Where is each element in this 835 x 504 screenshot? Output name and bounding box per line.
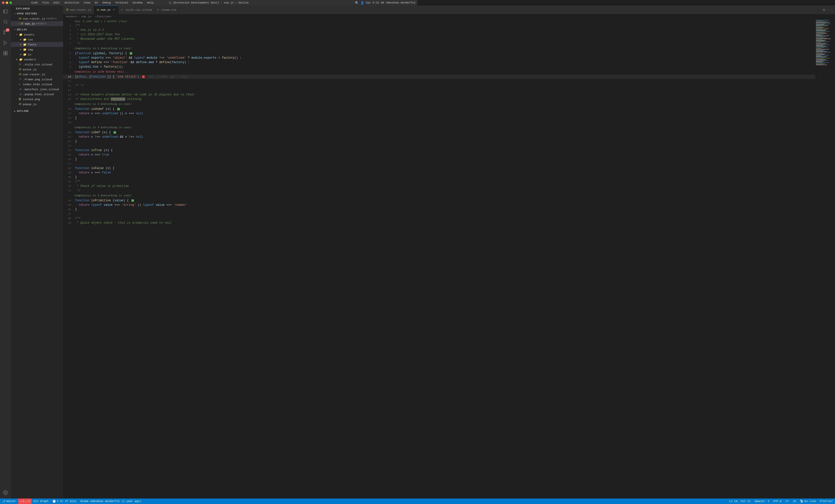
complexity-badge-red-10 [142,76,145,78]
titlebar-right: 🔍 👤 Sat 5:22 AM Adenekan Wonderful [355,1,415,4]
open-editors-chevron: ▾ [13,12,17,16]
activity-icon-extensions[interactable] [0,48,11,58]
menu-edit[interactable]: Edit [52,1,62,5]
folder-icon: 📁 [23,53,27,56]
file-popup-js[interactable]: JS popup.js [11,102,63,107]
close-icon[interactable]: ✕ [18,22,19,25]
png-icon: 🖼 [18,97,22,101]
complexity-badge-green-34 [131,199,134,202]
folder-vendors[interactable]: ▶ 📁 vendors [11,57,63,62]
tab-vue-router[interactable]: JS vue-router.js [63,5,94,14]
open-editor-vue-router[interactable]: JS vue-router.js vendors [11,16,63,21]
folder-icon: 📁 [19,57,23,61]
titlebar: Code File Edit Selection View Go Debug T… [0,0,418,5]
folder-css[interactable]: ▶ 📁 css [11,37,63,42]
blame-header: You, a year ago | 1 author (You) [63,19,418,23]
menu-debug[interactable]: Debug [100,1,113,5]
menu-file[interactable]: File [40,1,51,5]
folder-js[interactable]: ▶ 📁 js [11,52,63,57]
js-icon: JS [18,102,22,106]
maximize-button[interactable] [9,1,12,4]
js-icon: JS [20,22,24,26]
open-editors-section[interactable]: ▾ OPEN EDITORS [11,11,63,16]
file-manifest[interactable]: .m .manifest.json.icloud [11,87,63,92]
code-line-28: 28 function isFalse (v) { [63,166,418,170]
code-line-14: 14 // these helpers produces better vm c… [63,93,418,97]
menu-code[interactable]: Code [29,1,40,5]
activity-icon-git[interactable]: 83 [0,27,11,37]
outline-section[interactable]: ▶ OUTLINE [11,108,63,114]
tab-close-vue[interactable]: × [112,8,116,12]
open-editors-label: OPEN EDITORS [17,13,37,15]
code-line-37: 37 [63,212,418,216]
complexity-badge-green-20 [114,131,116,134]
svg-line-1 [6,23,7,24]
bellza-section[interactable]: ▾ BELLZA [11,27,63,32]
menu-go[interactable]: Go [93,1,100,5]
open-editor-vue[interactable]: ✕ JS vue.js vendors [11,21,63,26]
code-line-27: 27 [63,162,418,166]
window-title: ⬡ [Extension Development Host] - vue.js … [169,1,248,4]
code-line-38: 38 /** [63,216,418,221]
svg-point-2 [4,31,5,32]
folder-icon: 📁 [19,33,23,37]
bellza-label: BELLZA [17,28,27,31]
menu-terminal[interactable]: Terminal [113,1,130,5]
folder-icon: 📁 [23,42,27,46]
code-editor[interactable]: You, a year ago | 1 author (You) 1 /*! 2… [63,19,418,252]
icloud-icon: .m [18,87,22,91]
tab-label-vue-router: vue-router.js [70,8,91,12]
main-content: JS vue-router.js JS vue.js × # .style.cs… [63,5,418,252]
tab-label-theme: .theme.css [160,8,177,12]
tab-label-style: .style.css.icloud [124,8,152,12]
close-button[interactable] [2,1,4,4]
tab-vue[interactable]: JS vue.js × [94,5,119,14]
svg-point-3 [4,33,5,34]
file-style-icloud[interactable]: # .style.css.icloud [11,62,63,67]
menu-bar: Code File Edit Selection View Go Debug T… [29,1,156,5]
code-line-5: 5 */ [63,41,418,46]
traffic-lights [2,1,12,4]
file-icon16[interactable]: 🖼 icon16.png [11,97,63,102]
folder-assets[interactable]: ▾ 📁 assets [11,32,63,37]
code-line-29: 29 return v === false [63,170,418,175]
svg-rect-10 [4,54,5,55]
minimize-button[interactable] [6,1,8,4]
file-frame[interactable]: .F .Frame.png.icloud [11,77,63,82]
code-line-33: 33 */ [63,188,418,193]
svg-point-0 [4,20,7,23]
folder-img[interactable]: ▶ 📁 img [11,47,63,52]
code-line-34: 34 function isPrimitive (value) { [63,198,418,203]
menu-help[interactable]: Help [145,1,156,5]
tab-style-icloud[interactable]: # .style.css.icloud [119,5,155,14]
code-line-31: 31 /** [63,179,418,184]
icloud-icon: # [18,62,22,66]
activity-icon-debug[interactable] [0,38,11,48]
code-line-26: 26 } [63,157,418,162]
breadcrumb-file[interactable]: vue.js [81,15,91,18]
editor-container: You, a year ago | 1 author (You) 1 /*! 2… [63,19,418,252]
file-vue-router[interactable]: JS vue-router.js [11,72,63,77]
icloud-icon: i. [18,82,22,86]
breadcrumb-vendors[interactable]: vendors [66,15,77,18]
folder-icon: 📁 [23,47,27,52]
code-line-36: 36 } [63,207,418,212]
activity-icon-search[interactable] [0,17,11,27]
code-line-17: 17 return v === undefined || v === null [63,111,418,116]
menu-window[interactable]: Window [131,1,145,5]
file-popup[interactable]: .p .popup.html.icloud [11,92,63,97]
sidebar: EXPLORER ▾ OPEN EDITORS JS vue-router.js… [11,5,63,252]
activity-icon-files[interactable] [0,6,11,16]
folder-fonts[interactable]: ▶ 📁 fonts [11,42,63,47]
code-line-3: 3 * (c) 2014-2017 Evan You [63,32,418,37]
code-line-32: 32 * Check if value is primitive [63,184,418,188]
tab-theme-css[interactable]: # .theme.css [155,5,179,14]
svg-marker-7 [4,41,7,45]
file-index[interactable]: i. index.html.icloud [11,82,63,87]
code-line-30: 30 } [63,175,418,179]
file-axios[interactable]: JS axios.js [11,67,63,72]
code-line-13: 13 [63,88,418,93]
menu-selection[interactable]: Selection [62,1,81,5]
menu-view[interactable]: View [82,1,92,5]
breadcrumb-function[interactable]: <function> [95,15,111,18]
